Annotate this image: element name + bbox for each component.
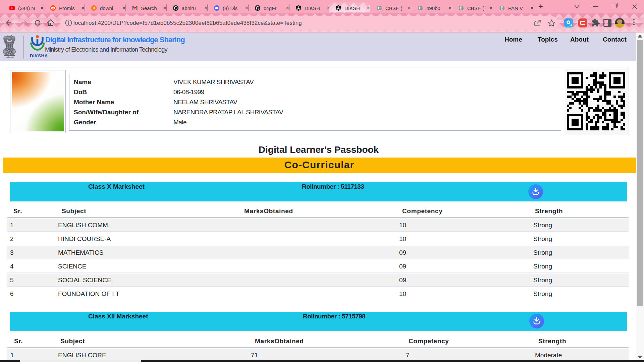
- svg-text:सत्यमेव जयते: सत्यमेव जयते: [4, 56, 14, 58]
